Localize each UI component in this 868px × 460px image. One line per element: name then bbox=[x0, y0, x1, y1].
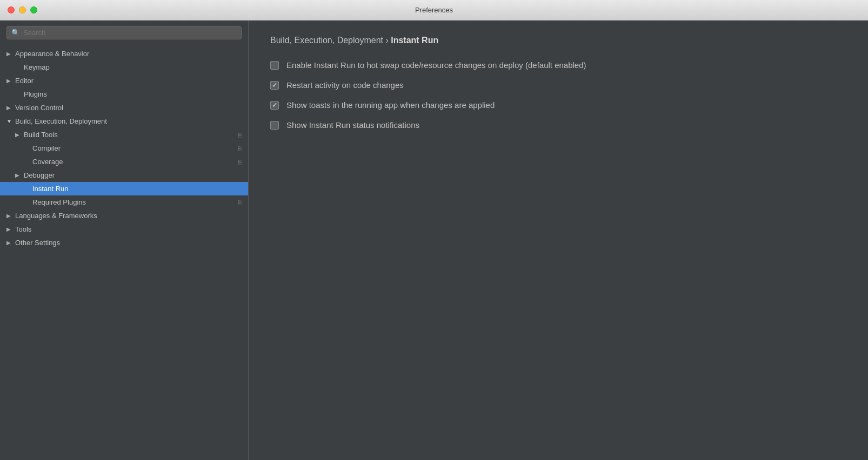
checkbox-show-notifications[interactable] bbox=[270, 121, 279, 130]
sidebar-item-other-settings[interactable]: ▶ Other Settings bbox=[0, 236, 248, 249]
sidebar-item-editor[interactable]: ▶ Editor bbox=[0, 74, 248, 87]
titlebar: Preferences bbox=[0, 0, 868, 21]
search-icon: 🔍 bbox=[11, 29, 20, 37]
sidebar-item-label: Editor bbox=[15, 77, 34, 85]
breadcrumb-separator: › bbox=[383, 36, 391, 45]
sidebar: 🔍 ▶ Appearance & Behavior ▶ Keymap ▶ Edi… bbox=[0, 21, 249, 460]
option-row-restart-activity: Restart activity on code changes bbox=[270, 80, 846, 90]
sidebar-item-label: Coverage bbox=[32, 158, 63, 166]
window-title: Preferences bbox=[415, 6, 453, 14]
sidebar-item-build-tools[interactable]: ▶ Build Tools ⎘ bbox=[0, 128, 248, 141]
sidebar-item-languages-frameworks[interactable]: ▶ Languages & Frameworks bbox=[0, 209, 248, 222]
sidebar-item-label: Build, Execution, Deployment bbox=[15, 117, 107, 125]
sidebar-item-debugger[interactable]: ▶ Debugger bbox=[0, 168, 248, 182]
triangle-icon: ▶ bbox=[6, 226, 13, 233]
content-panel: Build, Execution, Deployment › Instant R… bbox=[249, 21, 868, 460]
sidebar-list: ▶ Appearance & Behavior ▶ Keymap ▶ Edito… bbox=[0, 45, 248, 460]
triangle-icon: ▶ bbox=[15, 172, 22, 179]
close-button[interactable] bbox=[8, 6, 15, 13]
breadcrumb-current: Instant Run bbox=[391, 36, 438, 45]
checkbox-restart-activity[interactable] bbox=[270, 81, 279, 90]
sidebar-item-label: Build Tools bbox=[24, 131, 58, 139]
sidebar-item-label: Appearance & Behavior bbox=[15, 50, 89, 58]
copy-icon: ⎘ bbox=[238, 145, 242, 152]
sidebar-item-label: Instant Run bbox=[32, 185, 69, 193]
sidebar-item-compiler[interactable]: ▶ Compiler ⎘ bbox=[0, 141, 248, 155]
breadcrumb: Build, Execution, Deployment › Instant R… bbox=[270, 36, 846, 45]
sidebar-item-label: Debugger bbox=[24, 171, 55, 179]
sidebar-item-plugins[interactable]: ▶ Plugins bbox=[0, 87, 248, 101]
option-row-enable-instant-run: Enable Instant Run to hot swap code/reso… bbox=[270, 60, 846, 70]
sidebar-item-label: Languages & Frameworks bbox=[15, 212, 97, 220]
sidebar-item-required-plugins[interactable]: ▶ Required Plugins ⎘ bbox=[0, 195, 248, 209]
copy-icon: ⎘ bbox=[238, 199, 242, 206]
triangle-icon: ▶ bbox=[6, 213, 13, 219]
sidebar-item-build-execution-deployment[interactable]: ▼ Build, Execution, Deployment bbox=[0, 114, 248, 128]
minimize-button[interactable] bbox=[19, 6, 26, 13]
triangle-icon: ▶ bbox=[6, 240, 13, 246]
triangle-icon: ▼ bbox=[6, 118, 13, 125]
sidebar-item-keymap[interactable]: ▶ Keymap bbox=[0, 60, 248, 74]
sidebar-item-label: Required Plugins bbox=[32, 198, 86, 206]
search-box[interactable]: 🔍 bbox=[6, 26, 242, 39]
option-label-restart-activity: Restart activity on code changes bbox=[286, 80, 404, 90]
breadcrumb-path: Build, Execution, Deployment bbox=[270, 36, 383, 45]
triangle-icon: ▶ bbox=[6, 78, 13, 84]
copy-icon: ⎘ bbox=[238, 159, 242, 165]
sidebar-item-label: Other Settings bbox=[15, 239, 60, 247]
sidebar-item-label: Tools bbox=[15, 225, 31, 233]
sidebar-item-label: Plugins bbox=[24, 90, 47, 98]
option-label-show-toasts: Show toasts in the running app when chan… bbox=[286, 100, 495, 110]
sidebar-item-instant-run[interactable]: ▶ Instant Run bbox=[0, 182, 248, 195]
option-label-enable-instant-run: Enable Instant Run to hot swap code/reso… bbox=[286, 60, 586, 70]
maximize-button[interactable] bbox=[30, 6, 37, 13]
sidebar-item-coverage[interactable]: ▶ Coverage ⎘ bbox=[0, 155, 248, 168]
titlebar-buttons bbox=[8, 6, 37, 13]
sidebar-item-label: Keymap bbox=[24, 63, 50, 71]
triangle-icon: ▶ bbox=[15, 132, 22, 138]
copy-icon: ⎘ bbox=[238, 132, 242, 138]
main-layout: 🔍 ▶ Appearance & Behavior ▶ Keymap ▶ Edi… bbox=[0, 21, 868, 460]
sidebar-item-appearance-behavior[interactable]: ▶ Appearance & Behavior bbox=[0, 47, 248, 60]
sidebar-item-version-control[interactable]: ▶ Version Control bbox=[0, 101, 248, 114]
sidebar-item-label: Compiler bbox=[32, 144, 61, 152]
option-row-show-notifications: Show Instant Run status notifications bbox=[270, 120, 846, 130]
sidebar-item-label: Version Control bbox=[15, 104, 63, 112]
search-input[interactable] bbox=[23, 29, 237, 37]
option-row-show-toasts: Show toasts in the running app when chan… bbox=[270, 100, 846, 110]
checkbox-show-toasts[interactable] bbox=[270, 101, 279, 110]
triangle-icon: ▶ bbox=[6, 51, 13, 57]
checkbox-enable-instant-run[interactable] bbox=[270, 61, 279, 70]
sidebar-item-tools[interactable]: ▶ Tools bbox=[0, 222, 248, 236]
option-label-show-notifications: Show Instant Run status notifications bbox=[286, 120, 419, 130]
triangle-icon: ▶ bbox=[6, 105, 13, 111]
